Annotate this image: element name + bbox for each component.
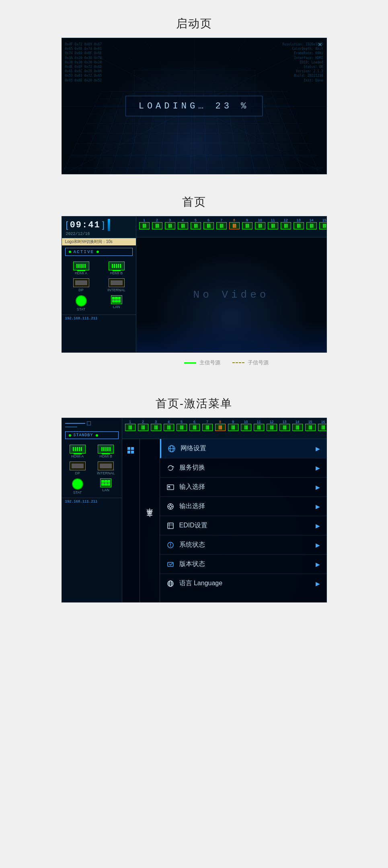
ach-2[interactable]: 2	[138, 420, 149, 431]
menu-item-edid[interactable]: EDID设置 ▶	[160, 516, 326, 535]
active-internal-label: INTERNAL	[97, 471, 115, 475]
svg-rect-21	[167, 485, 174, 490]
active-input-stat[interactable]: STAT	[65, 478, 90, 494]
menu-item-output[interactable]: 输出选择 ▶	[160, 497, 326, 516]
internal-icon	[109, 278, 125, 287]
home-left-panel: [ 09:41 ] 2022/12/16 Logo和时钟切换时间：10s ACT…	[62, 216, 136, 352]
menu-arrow-input: ▶	[316, 484, 320, 490]
ach-7[interactable]: 7	[202, 420, 213, 431]
menu-arrow-language: ▶	[316, 580, 320, 587]
ch-7[interactable]: 7	[216, 218, 227, 229]
ch-4[interactable]: 4	[177, 218, 189, 229]
ach-13[interactable]: 13	[279, 420, 290, 431]
ach-16[interactable]: 16	[318, 420, 327, 431]
input-stat[interactable]: STAT	[65, 295, 97, 311]
ch-10[interactable]: 10	[255, 218, 266, 229]
menu-item-network[interactable]: 网络设置 ▶	[160, 439, 326, 458]
home-active-section-title: 首页-激活菜单	[156, 396, 232, 411]
menu-arrow-output: ▶	[316, 503, 320, 510]
ach-8[interactable]: 8	[215, 420, 226, 431]
menu-title-col: 主菜单	[140, 439, 160, 602]
ach-3[interactable]: 3	[150, 420, 162, 431]
menu-overlay: 主菜单 网络设置 ▶	[122, 439, 326, 602]
tooltip-bar: Logo和时钟切换时间：10s	[62, 238, 136, 245]
ch-14[interactable]: 14	[306, 218, 317, 229]
ach-11[interactable]: 11	[253, 420, 265, 431]
input-hdmi-b[interactable]: HDMI B	[101, 261, 133, 275]
refresh-icon	[166, 464, 174, 472]
active-dp-icon	[70, 462, 86, 470]
active-hdmi-b-icon	[98, 445, 114, 453]
video-area: No Video	[136, 237, 326, 352]
svg-line-3	[195, 106, 326, 174]
channel-strip: 1 2 3	[136, 216, 326, 237]
active-input-lan[interactable]: LAN	[93, 478, 119, 494]
internal-label: INTERNAL	[107, 288, 125, 292]
ach-12[interactable]: 12	[266, 420, 277, 431]
stat-icon	[76, 295, 87, 306]
ch-1[interactable]: 1	[139, 218, 150, 229]
svg-point-25	[169, 505, 172, 508]
stat-label: STAT	[77, 307, 86, 311]
menu-item-system-status[interactable]: 系统状态 ▶	[160, 535, 326, 555]
menu-item-language[interactable]: 语言 Language ▶	[160, 574, 326, 593]
input-hdmi-a[interactable]: HDMI A	[65, 261, 97, 275]
close-icon[interactable]: ✕	[318, 41, 322, 48]
menu-item-input[interactable]: 输入选择 ▶	[160, 478, 326, 497]
svg-line-1	[62, 106, 195, 174]
ach-14[interactable]: 14	[292, 420, 303, 431]
ach-5[interactable]: 5	[176, 420, 187, 431]
legend-solid-line	[184, 362, 196, 364]
ach-6[interactable]: 6	[189, 420, 200, 431]
ach-1[interactable]: 1	[125, 420, 136, 431]
ch-15[interactable]: 15	[319, 218, 327, 229]
ch-5[interactable]: 5	[190, 218, 201, 229]
ch-9[interactable]: 9	[242, 218, 253, 229]
dp-icon	[73, 278, 89, 287]
active-channel-strip: 1 2 3 4 5 6 7 8 9 10 11 12 13 14 15 16	[122, 418, 326, 439]
ach-9[interactable]: 9	[228, 420, 239, 431]
bracket-left: [	[66, 221, 68, 229]
input-lan[interactable]: LAN	[101, 295, 133, 311]
svg-line-13	[195, 106, 287, 174]
ch-2[interactable]: 2	[152, 218, 163, 229]
code-left: 0x4F 0x72 0x69 0x67 0x65 0x6E 0x74 0x61 …	[65, 42, 102, 83]
loading-text: LOADING… 23 %	[139, 101, 250, 111]
menu-left-icon-col	[122, 439, 140, 602]
active-stat-icon	[72, 478, 83, 490]
active-dot	[69, 251, 71, 253]
svg-rect-30	[168, 523, 173, 529]
ch-6[interactable]: 6	[203, 218, 214, 229]
loading-box: LOADING… 23 %	[125, 96, 263, 116]
active-input-internal[interactable]: INTERNAL	[93, 462, 119, 475]
ch-12[interactable]: 12	[280, 218, 292, 229]
active-input-hdmi-a[interactable]: HDMI A	[65, 445, 90, 458]
standby-text: STANDBY	[74, 433, 93, 437]
clock-area: [ 09:41 ] 2022/12/16	[62, 216, 136, 238]
active-input-hdmi-b[interactable]: HDMI B	[93, 445, 119, 458]
home-active-screen: STANDBY HDMI A	[62, 418, 327, 602]
active-ip-address: 192.168.111.211	[62, 498, 122, 505]
ach-10[interactable]: 10	[240, 420, 252, 431]
input-internal[interactable]: INTERNAL	[101, 278, 133, 292]
active-hdmi-a-icon	[70, 445, 86, 453]
menu-label-output: 输出选择	[179, 502, 311, 511]
tooltip-text: Logo和时钟切换时间：10s	[65, 239, 113, 244]
ach-4[interactable]: 4	[163, 420, 174, 431]
input-dp[interactable]: DP	[65, 278, 97, 292]
ch-3[interactable]: 3	[164, 218, 176, 229]
menu-item-version[interactable]: 版本状态 ▶	[160, 555, 326, 574]
active-input-dp[interactable]: DP	[65, 462, 90, 475]
ch-11[interactable]: 11	[267, 218, 279, 229]
ch-13[interactable]: 13	[293, 218, 304, 229]
menu-label-network: 网络设置	[181, 444, 311, 453]
home-screen: [ 09:41 ] 2022/12/16 Logo和时钟切换时间：10s ACT…	[62, 216, 327, 353]
active-lan-label: LAN	[102, 488, 109, 492]
globe-icon	[168, 445, 176, 453]
hdmi-b-label: HDMI B	[110, 271, 123, 275]
version-icon	[166, 560, 174, 568]
clock-display: 09:41	[70, 220, 101, 230]
menu-item-service[interactable]: 服务切换 ▶	[160, 458, 326, 478]
ch-8[interactable]: 8	[229, 218, 240, 229]
ach-15[interactable]: 15	[305, 420, 316, 431]
